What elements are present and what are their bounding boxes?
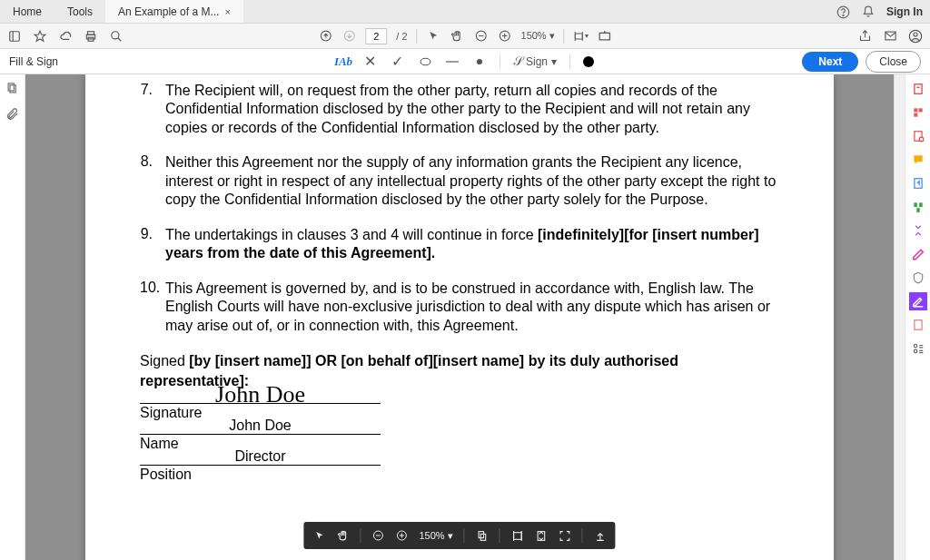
main-toolbar: / 2 150% ▾ ▾ — [0, 24, 930, 49]
float-pointer-icon[interactable] — [312, 529, 325, 542]
tab-document[interactable]: An Example of a M... × — [105, 0, 243, 23]
svg-rect-57 — [916, 208, 920, 212]
svg-point-60 — [914, 344, 917, 348]
thumbnails-icon[interactable] — [5, 82, 20, 96]
svg-line-9 — [118, 37, 122, 41]
float-zoom-out-icon[interactable] — [371, 529, 384, 542]
cloud-icon[interactable] — [58, 29, 73, 44]
protect-icon[interactable] — [909, 269, 927, 287]
position-value: Director — [140, 448, 381, 465]
svg-point-53 — [919, 137, 924, 142]
svg-rect-32 — [8, 84, 14, 91]
share-icon[interactable] — [857, 29, 872, 44]
svg-rect-19 — [576, 34, 583, 39]
hand-icon[interactable] — [450, 29, 465, 44]
page-number-input[interactable] — [365, 28, 387, 44]
star-icon[interactable] — [33, 29, 47, 44]
combine-icon[interactable] — [909, 103, 927, 122]
svg-rect-41 — [513, 532, 521, 539]
document-viewport[interactable]: 7.The Recipient will, on request from th… — [25, 74, 894, 560]
svg-rect-47 — [914, 84, 921, 94]
fill-sign-tool-icon[interactable] — [909, 292, 927, 310]
svg-point-61 — [914, 349, 917, 353]
dot-tool[interactable] — [472, 54, 487, 69]
float-zoom-in-icon[interactable] — [395, 529, 408, 542]
next-button[interactable]: Next — [802, 52, 858, 72]
search-icon[interactable] — [109, 29, 124, 44]
checkmark-tool[interactable]: ✓ — [391, 54, 405, 69]
fill-sign-label: Fill & Sign — [9, 55, 58, 68]
read-mode-icon[interactable] — [598, 29, 612, 44]
organize-icon[interactable] — [909, 198, 927, 216]
pointer-icon[interactable] — [427, 29, 441, 44]
svg-rect-50 — [918, 108, 922, 112]
svg-point-1 — [843, 15, 844, 15]
zoom-in-icon[interactable] — [498, 29, 512, 44]
add-text-tool[interactable]: IAb — [336, 54, 351, 69]
page-up-icon[interactable] — [318, 29, 332, 44]
zoom-level[interactable]: 150% ▾ — [521, 30, 555, 42]
signature-value: John Doe — [140, 381, 381, 408]
color-picker[interactable] — [583, 56, 594, 67]
fill-sign-bar: Fill & Sign IAb ✕ ✓ 𝒮Sign ▾ Next Close — [0, 49, 930, 74]
right-rail — [905, 74, 930, 560]
print-icon[interactable] — [84, 29, 98, 44]
svg-rect-22 — [599, 33, 609, 40]
float-fit-page-icon[interactable] — [535, 529, 548, 542]
svg-rect-51 — [914, 113, 917, 117]
x-mark-tool[interactable]: ✕ — [363, 54, 378, 69]
svg-point-28 — [914, 33, 917, 36]
circle-tool[interactable] — [418, 54, 432, 69]
svg-rect-2 — [10, 31, 20, 41]
page-down-icon[interactable] — [341, 29, 356, 44]
page-total: / 2 — [396, 31, 407, 42]
float-hand-icon[interactable] — [336, 529, 349, 542]
tab-bar: Home Tools An Example of a M... × Sign I… — [0, 0, 930, 24]
more-tools-icon-2[interactable] — [909, 339, 927, 358]
svg-point-29 — [420, 58, 430, 65]
create-pdf-icon[interactable] — [909, 80, 927, 98]
sign-in-link[interactable]: Sign In — [886, 5, 923, 18]
email-icon[interactable] — [883, 29, 897, 44]
attachments-icon[interactable] — [5, 107, 20, 122]
more-tools-icon-1[interactable] — [909, 316, 927, 334]
tab-home[interactable]: Home — [0, 0, 54, 23]
export-icon[interactable] — [909, 174, 927, 192]
floating-toolbar: 150% ▾ — [303, 522, 615, 549]
close-tab-icon[interactable]: × — [224, 6, 230, 17]
float-fit-icon[interactable] — [511, 529, 524, 542]
account-icon[interactable] — [908, 29, 923, 44]
compress-icon[interactable] — [909, 221, 927, 240]
edit-pdf-icon[interactable] — [909, 127, 927, 145]
redact-icon[interactable] — [909, 245, 927, 263]
zoom-out-icon[interactable] — [474, 29, 489, 44]
svg-rect-55 — [914, 202, 917, 207]
help-icon[interactable] — [836, 5, 850, 19]
svg-point-31 — [477, 59, 482, 64]
float-rotate-icon[interactable] — [476, 529, 489, 542]
svg-rect-56 — [919, 202, 923, 207]
float-zoom-level[interactable]: 150% ▾ — [419, 530, 452, 542]
svg-rect-33 — [10, 85, 15, 93]
svg-rect-59 — [914, 320, 921, 330]
tab-tools[interactable]: Tools — [54, 0, 105, 23]
name-value: John Doe — [140, 418, 381, 434]
sign-tool[interactable]: 𝒮Sign ▾ — [513, 54, 557, 69]
float-fullscreen-icon[interactable] — [559, 529, 571, 542]
svg-rect-54 — [914, 179, 921, 189]
svg-point-8 — [112, 31, 119, 38]
position-label: Position — [140, 467, 381, 483]
left-rail — [0, 74, 25, 560]
fit-width-icon[interactable]: ▾ — [574, 29, 589, 44]
main-area: 7.The Recipient will, on request from th… — [0, 74, 930, 560]
float-read-mode-icon[interactable] — [594, 529, 607, 542]
svg-marker-4 — [35, 31, 45, 41]
scrollbar[interactable] — [894, 74, 905, 560]
bell-icon[interactable] — [861, 5, 876, 19]
line-tool[interactable] — [445, 54, 460, 69]
comment-icon[interactable] — [909, 151, 927, 169]
close-button[interactable]: Close — [866, 51, 921, 73]
pdf-page: 7.The Recipient will, on request from th… — [85, 74, 834, 560]
sidebar-toggle-icon[interactable] — [7, 29, 22, 44]
svg-rect-44 — [538, 531, 545, 540]
